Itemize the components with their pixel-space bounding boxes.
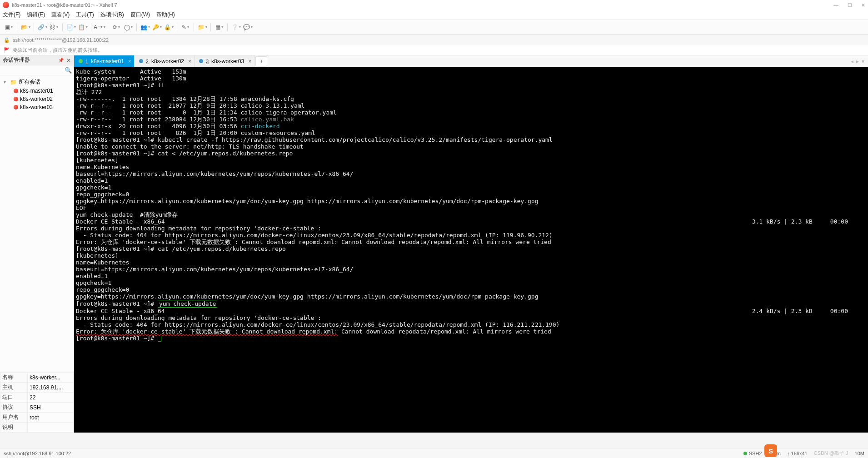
tab-add-button[interactable]: +	[255, 56, 267, 66]
address-bar[interactable]: 🔒 ssh://root:**************@192.168.91.1…	[0, 35, 868, 45]
key-icon[interactable]: 🔑▾	[152, 22, 162, 32]
copy-icon[interactable]: 📄▾	[66, 22, 76, 32]
menu-help[interactable]: 帮助(H)	[156, 11, 175, 19]
toolbar-separator	[194, 23, 194, 31]
tab-label: k8s-master01	[91, 58, 124, 65]
terminal-line: [root@k8s-master01 ~]# yum check-update	[76, 300, 866, 308]
session-item[interactable]: k8s-worker02	[2, 95, 72, 103]
highlight-icon[interactable]: ✎▾	[180, 22, 190, 32]
session-tab[interactable]: !3k8s-worker03×	[195, 55, 254, 67]
terminal[interactable]: kube-system Active 153mtigera-operator A…	[74, 67, 868, 433]
disconnect-icon[interactable]: ⛓▾	[49, 22, 59, 32]
menu-view[interactable]: 查看(V)	[51, 11, 70, 19]
tab-status-icon: !	[199, 59, 203, 63]
help-icon[interactable]: ❔▾	[231, 22, 241, 32]
toolbar: ▣▾📂▾🔗▾⛓▾📄▾📋▾A⭢▾⟳▾◯▾👥▾🔑▾🔒▾✎▾📁▾▦▾❔▾💬▾	[0, 20, 868, 35]
users-icon[interactable]: 👥▾	[140, 22, 150, 32]
maximize-button[interactable]: ☐	[848, 2, 852, 8]
session-label: k8s-worker02	[20, 96, 53, 102]
lock-icon[interactable]: 🔒▾	[164, 22, 174, 32]
terminal-line: baseurl=https://mirrors.aliyun.com/kuber…	[76, 170, 866, 177]
cursor-icon	[158, 336, 161, 342]
sidebar-search[interactable]: 🔍	[0, 65, 74, 75]
open-icon[interactable]: 📂▾	[20, 22, 30, 32]
collapse-icon[interactable]: ▾	[4, 80, 8, 85]
session-tab[interactable]: !2k8s-worker02×	[135, 55, 195, 67]
layout-icon[interactable]: ▦▾	[214, 22, 224, 32]
terminal-line: 2.4 kB/s | 2.3 kB 00:00Docker CE Stable …	[76, 308, 866, 314]
property-value	[28, 423, 74, 433]
session-tree: ▾ 📁 所有会话 k8s-master01k8s-worker02k8s-wor…	[0, 75, 74, 372]
content-area: 1k8s-master01×!2k8s-worker02×!3k8s-worke…	[74, 55, 868, 433]
terminal-line: enabled=1	[76, 273, 866, 279]
menu-edit[interactable]: 编辑(E)	[27, 11, 45, 19]
menu-tools[interactable]: 工具(T)	[76, 11, 94, 19]
menu-window[interactable]: 窗口(W)	[130, 11, 150, 19]
property-row: 端口22	[0, 393, 74, 403]
terminal-line: -rw-------. 1 root root 1384 12月28日 17:5…	[76, 95, 866, 102]
terminal-line: gpgcheck=1	[76, 279, 866, 286]
terminal-line: -rw-r--r-- 1 root root 826 1月 1日 20:00 c…	[76, 129, 866, 136]
app-icon	[3, 2, 9, 8]
lock-icon: 🔒	[4, 37, 10, 43]
new-terminal-icon[interactable]: ▣▾	[4, 22, 14, 32]
sidebar-close-icon[interactable]: ✕	[66, 57, 71, 64]
terminal-line: 3.1 kB/s | 2.3 kB 00:00Docker CE Stable …	[76, 218, 866, 225]
folder-open-icon[interactable]: 📁▾	[197, 22, 207, 32]
terminal-line: - Status code: 404 for https://mirrors.a…	[76, 232, 866, 239]
menu-file[interactable]: 文件(F)	[3, 11, 20, 19]
session-tab[interactable]: 1k8s-master01×	[74, 55, 135, 67]
tree-root[interactable]: ▾ 📁 所有会话	[2, 77, 72, 87]
tab-next-icon[interactable]: ▸	[856, 58, 859, 65]
paste-icon[interactable]: 📋▾	[78, 22, 88, 32]
menu-tabs[interactable]: 选项卡(B)	[100, 11, 124, 19]
session-icon	[14, 89, 18, 93]
toolbar-separator	[108, 23, 108, 31]
tab-status-icon: !	[139, 59, 143, 63]
status-bar: ssh://root@192.168.91.100:22 SSH2 xterm …	[0, 448, 868, 458]
window-title-bar: k8s-master01 - root@k8s-master01:~ - Xsh…	[0, 0, 868, 10]
property-value: 22	[28, 393, 74, 403]
property-value: SSH	[28, 403, 74, 413]
property-row: 用户名root	[0, 413, 74, 423]
chat-icon[interactable]: 💬▾	[243, 22, 253, 32]
toolbar-separator	[210, 23, 211, 31]
property-value: k8s-worker...	[28, 373, 74, 383]
toolbar-separator	[34, 23, 34, 31]
terminal-line: [root@k8s-master01 ~]# cat < /etc/yum.re…	[76, 150, 866, 157]
terminal-line: repo_gpgcheck=0	[76, 191, 866, 198]
terminal-line: Error: 为仓库 'docker-ce-stable' 下载元数据失败 : …	[76, 328, 866, 335]
pin-icon[interactable]: 📌	[58, 58, 64, 63]
tab-prev-icon[interactable]: ◂	[851, 58, 853, 65]
tab-close-icon[interactable]: ×	[128, 58, 131, 65]
tab-close-icon[interactable]: ×	[248, 58, 251, 65]
ime-badge[interactable]: S	[764, 444, 777, 457]
session-item[interactable]: k8s-worker03	[2, 103, 72, 111]
terminal-line: [root@k8s-master01 ~]#	[76, 335, 866, 342]
find-icon[interactable]: A⭢▾	[95, 22, 105, 32]
minimize-button[interactable]: —	[833, 2, 838, 8]
tab-number: 2	[146, 59, 149, 64]
toolbar-separator	[177, 23, 177, 31]
property-key: 用户名	[0, 413, 28, 423]
close-button[interactable]: ✕	[861, 2, 865, 8]
terminal-line: gpgkey=https://mirrors.aliyun.com/kubern…	[76, 198, 866, 204]
tab-nav: ◂ ▸ ▾	[851, 58, 868, 65]
terminal-line: Unable to connect to the server: net/htt…	[76, 143, 866, 150]
tab-menu-icon[interactable]: ▾	[862, 58, 864, 65]
property-value: 192.168.91....	[28, 383, 74, 393]
terminal-line: kube-system Active 153m	[76, 68, 866, 75]
terminal-line: EOF	[76, 204, 866, 211]
tab-close-icon[interactable]: ×	[188, 58, 191, 65]
session-item[interactable]: k8s-master01	[2, 87, 72, 95]
refresh-icon[interactable]: ⟳▾	[111, 22, 121, 32]
reconnect-icon[interactable]: 🔗▾	[37, 22, 47, 32]
stop-icon[interactable]: ◯▾	[123, 22, 133, 32]
session-manager-panel: 会话管理器 📌 ✕ 🔍 ▾ 📁 所有会话 k8s-master01k8s-wor…	[0, 55, 74, 433]
terminal-line: name=Kubernetes	[76, 259, 866, 266]
tab-strip: 1k8s-master01×!2k8s-worker02×!3k8s-worke…	[74, 55, 868, 67]
tree-root-label: 所有会话	[19, 78, 40, 86]
terminal-line: repo_gpgcheck=0	[76, 286, 866, 293]
terminal-line: gpgcheck=1	[76, 184, 866, 191]
status-ssh: SSH2	[743, 451, 762, 456]
